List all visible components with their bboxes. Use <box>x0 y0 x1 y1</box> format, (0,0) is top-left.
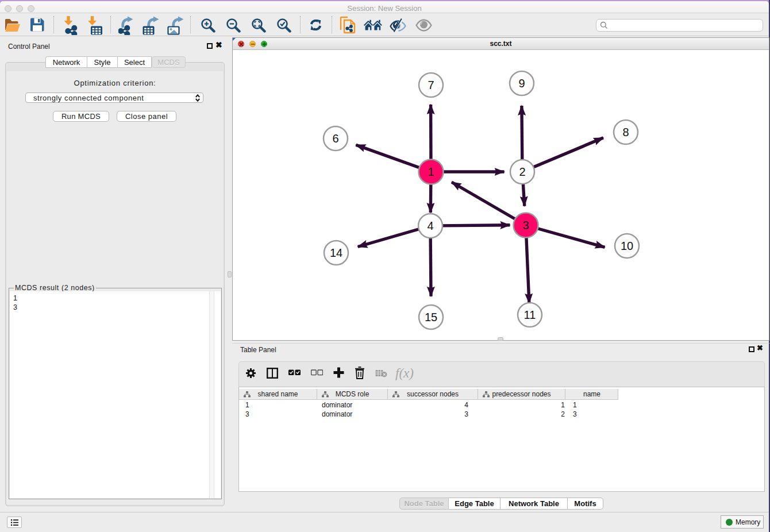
svg-text:14: 14 <box>330 246 342 259</box>
svg-text:15: 15 <box>425 311 437 323</box>
svg-text:8: 8 <box>622 126 629 138</box>
svg-text:6: 6 <box>332 132 338 145</box>
svg-text:11: 11 <box>524 309 536 321</box>
svg-text:4: 4 <box>427 219 433 232</box>
svg-text:2: 2 <box>519 165 525 178</box>
svg-text:3: 3 <box>522 219 529 232</box>
svg-text:1: 1 <box>428 165 434 178</box>
svg-text:9: 9 <box>518 77 525 90</box>
svg-text:10: 10 <box>621 240 633 252</box>
svg-text:7: 7 <box>428 79 434 91</box>
